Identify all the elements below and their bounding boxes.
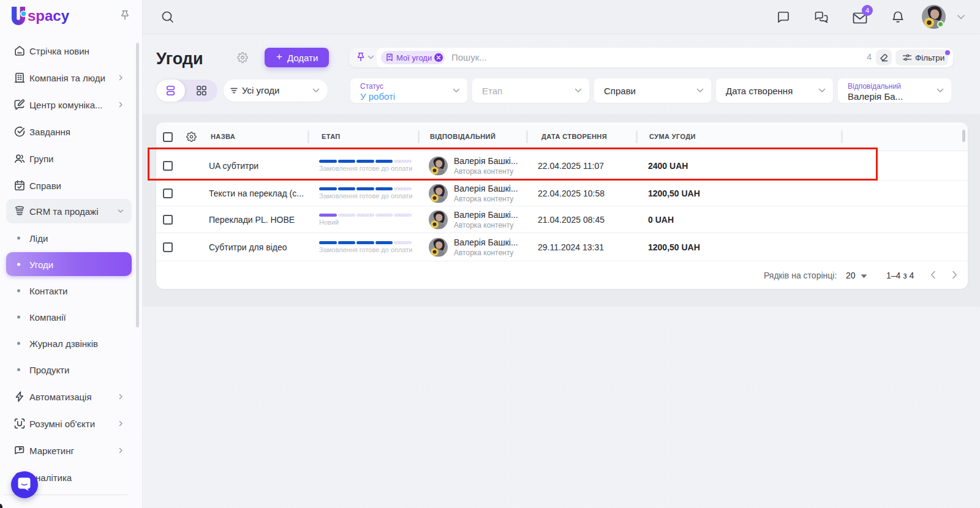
svg-text:spacy: spacy — [28, 7, 70, 24]
